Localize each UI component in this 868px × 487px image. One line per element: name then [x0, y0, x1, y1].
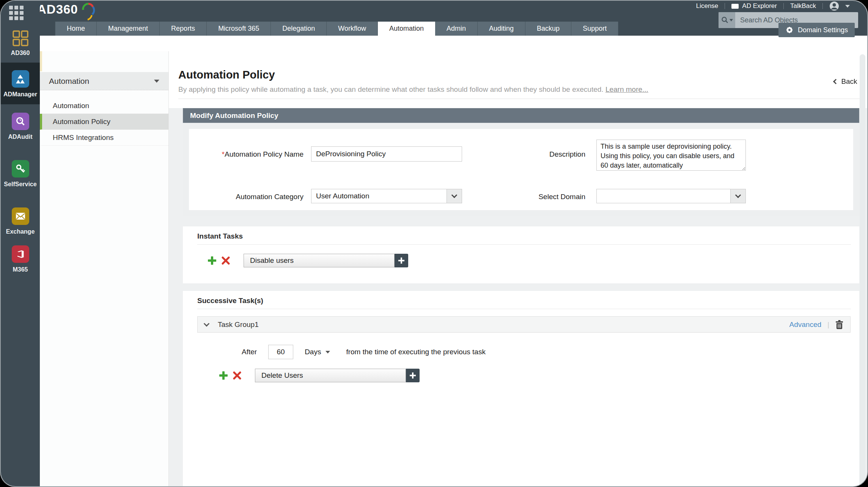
policy-name-label: *Automation Policy Name: [204, 150, 303, 159]
chevron-left-icon: [833, 79, 838, 84]
sidebar-item-automation[interactable]: Automation: [40, 98, 168, 114]
side-menu-title: Automation: [49, 77, 89, 86]
divider: |: [827, 320, 829, 329]
sidebar-item-label: M365: [13, 266, 28, 273]
vertical-scrollbar[interactable]: [860, 54, 865, 484]
category-value: User Automation: [311, 192, 447, 200]
tab-delegation[interactable]: Delegation: [271, 22, 327, 36]
trash-icon: [835, 320, 843, 329]
adaudit-magnifier-icon: [12, 113, 29, 130]
app-sidebar: AD360 ADManager ADAudit: [1, 1, 40, 486]
chevron-down-icon: [845, 5, 850, 8]
tab-backup[interactable]: Backup: [525, 22, 571, 36]
select-dropdown-button[interactable]: [730, 189, 745, 203]
divider: [197, 244, 851, 245]
sidebar-item-exchange[interactable]: Exchange: [1, 207, 40, 235]
policy-name-input[interactable]: [311, 146, 462, 162]
chevron-down-icon: [326, 351, 330, 353]
successive-task-row: Delete Users: [219, 369, 420, 382]
user-menu[interactable]: [829, 1, 850, 11]
search-scope-button[interactable]: [719, 12, 735, 28]
tab-microsoft-365[interactable]: Microsoft 365: [207, 22, 271, 36]
page-header: Automation Policy By applying this polic…: [169, 51, 867, 108]
divider: [725, 3, 725, 9]
form-card: *Automation Policy Name Description This…: [189, 129, 853, 210]
gear-icon: [785, 26, 794, 34]
chevron-down-icon: [154, 80, 159, 83]
sidebar-item-adaudit[interactable]: ADAudit: [1, 113, 40, 140]
domain-settings-label: Domain Settings: [798, 26, 848, 34]
sidebar-item-automation-policy[interactable]: Automation Policy: [40, 114, 168, 130]
select-dropdown-button[interactable]: [447, 189, 462, 203]
sidebar-item-selfservice[interactable]: SelfService: [1, 160, 40, 188]
task-group-actions: Advanced |: [789, 320, 843, 329]
domain-label: Select Domain: [523, 193, 585, 201]
remove-task-button[interactable]: [233, 371, 241, 380]
tab-admin[interactable]: Admin: [435, 22, 478, 36]
task-group-name: Task Group1: [218, 320, 259, 329]
advanced-link[interactable]: Advanced: [789, 320, 822, 329]
append-task-button[interactable]: [406, 369, 420, 382]
top-bar: AD360 License AD Explorer TalkBack: [1, 1, 867, 36]
sidebar-item-hrms-integrations[interactable]: HRMS Integrations: [40, 130, 168, 146]
domain-select[interactable]: [596, 189, 746, 203]
main-content: Automation Policy By applying this polic…: [169, 51, 867, 486]
header-white-strip: [40, 36, 867, 51]
sidebar-item-m365[interactable]: M365: [1, 245, 40, 273]
sidebar-item-label: AD360: [11, 50, 30, 57]
tab-auditing[interactable]: Auditing: [478, 22, 525, 36]
logo-text: AD360: [37, 2, 78, 17]
category-select[interactable]: User Automation: [311, 189, 462, 203]
delete-group-button[interactable]: [835, 320, 843, 329]
user-icon: [829, 1, 839, 11]
back-button[interactable]: Back: [827, 73, 860, 90]
successive-task-select[interactable]: Delete Users: [255, 369, 406, 382]
divider: [197, 309, 851, 309]
description-textarea[interactable]: This is a sample user deprovisioning pol…: [596, 140, 746, 171]
delay-value-input[interactable]: [268, 345, 293, 359]
instant-task-select[interactable]: Disable users: [244, 254, 395, 267]
divider: [822, 3, 823, 9]
domain-settings-button[interactable]: Domain Settings: [778, 23, 855, 37]
add-task-button[interactable]: [219, 371, 228, 380]
chevron-down-icon: [730, 19, 733, 22]
divider: [178, 99, 860, 99]
sidebar-item-admanager[interactable]: ADManager: [1, 70, 40, 98]
nav-tabs: Home Management Reports Microsoft 365 De…: [55, 22, 618, 36]
tab-management[interactable]: Management: [97, 22, 160, 36]
delay-unit-select[interactable]: Days: [305, 348, 330, 356]
tab-automation[interactable]: Automation: [378, 22, 435, 36]
license-link[interactable]: License: [696, 2, 719, 10]
license-label: License: [696, 2, 719, 10]
tab-reports[interactable]: Reports: [160, 22, 207, 36]
tab-workflow[interactable]: Workflow: [327, 22, 378, 36]
talkback-link[interactable]: TalkBack: [790, 2, 816, 10]
exchange-mail-icon: [12, 207, 29, 225]
ad-explorer-link[interactable]: AD Explorer: [731, 2, 777, 10]
successive-tasks-panel: Successive Task(s) Task Group1 Advanced …: [183, 291, 859, 486]
add-task-button[interactable]: [208, 256, 216, 265]
apps-grid-icon[interactable]: [9, 6, 24, 20]
append-task-button[interactable]: [395, 254, 408, 267]
sidebar-item-label: SelfService: [4, 181, 36, 188]
delay-suffix: from the time of executing the previous …: [346, 348, 486, 356]
remove-task-button[interactable]: [222, 256, 230, 265]
banner-sliver: [40, 51, 42, 71]
plus-icon: [410, 372, 416, 379]
sidebar-item-label: Exchange: [6, 228, 35, 235]
selfservice-key-icon: [12, 160, 29, 178]
chevron-down-icon: [735, 192, 741, 198]
tab-home[interactable]: Home: [55, 22, 97, 36]
sidebar-item-ad360[interactable]: AD360: [1, 30, 40, 57]
learn-more-link[interactable]: Learn more...: [605, 85, 648, 93]
after-label: After: [242, 348, 257, 356]
admanager-icon: [12, 70, 29, 88]
delay-row: After Days from the time of executing th…: [242, 345, 486, 359]
task-group-header[interactable]: Task Group1 Advanced |: [197, 316, 851, 333]
back-label: Back: [841, 77, 857, 86]
side-menu-header[interactable]: Automation: [40, 72, 168, 90]
logo-swoosh-icon: [79, 2, 95, 21]
tab-support[interactable]: Support: [571, 22, 618, 36]
chevron-down-icon: [204, 320, 210, 327]
app-window: AD360 License AD Explorer TalkBack: [0, 0, 868, 487]
